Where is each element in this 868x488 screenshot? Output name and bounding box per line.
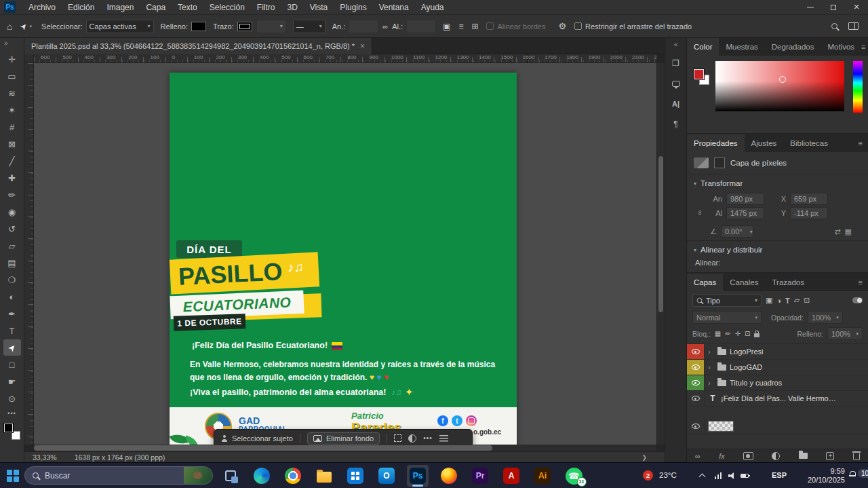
menu-item-3d[interactable]: 3D — [281, 0, 303, 15]
rectangle-shape-tool[interactable]: □ — [3, 356, 21, 373]
filter-smart-object-icon[interactable]: ⊡ — [804, 296, 810, 305]
lasso-tool[interactable]: ≋ — [3, 85, 21, 101]
color-picker-marker[interactable] — [779, 76, 786, 83]
panel-menu-icon[interactable]: ≡ — [859, 139, 868, 147]
tray-alert-badge[interactable]: 2 — [643, 470, 653, 481]
menu-item-seleccion[interactable]: Selección — [203, 0, 251, 15]
lock-transparency-icon[interactable]: ▦ — [715, 330, 721, 337]
path-operations-icon[interactable]: ▣ — [443, 22, 450, 31]
layer-row-logopresi[interactable]: › LogoPresi — [687, 344, 868, 360]
path-alignment-icon[interactable]: ≡ — [458, 22, 463, 31]
filter-shape-icon[interactable]: ▱ — [794, 296, 800, 305]
firefox-button[interactable] — [438, 465, 460, 487]
hand-tool[interactable]: ☛ — [3, 373, 21, 390]
flip-icon[interactable]: ⇄ — [834, 227, 840, 236]
scrollbar-thumb[interactable] — [658, 156, 663, 312]
zoom-tool[interactable]: ⊙ — [3, 390, 21, 407]
align-edges-checkbox[interactable] — [486, 22, 494, 30]
tab-ajustes[interactable]: Ajustes — [745, 134, 784, 152]
scrollbar-thumb[interactable] — [34, 445, 492, 451]
file-explorer-button[interactable] — [313, 465, 335, 487]
menu-item-ventana[interactable]: Ventana — [373, 0, 415, 15]
history-panel-icon[interactable]: ❐ — [668, 55, 684, 71]
menu-item-texto[interactable]: Texto — [172, 0, 203, 15]
panel-menu-icon[interactable]: ≡ — [859, 278, 868, 286]
adjustment-layer-icon[interactable] — [772, 452, 780, 460]
character-panel-icon[interactable]: A| — [668, 96, 684, 112]
comments-panel-icon[interactable] — [668, 75, 684, 92]
crop-tool[interactable]: # — [3, 119, 21, 135]
constrain-path-option[interactable]: Restringir el arrastre del trazado — [574, 22, 695, 31]
expand-tools-icon[interactable]: » — [0, 38, 11, 51]
foreground-color-swatch[interactable] — [694, 69, 704, 79]
layer-filter-dropdown[interactable]: Tipo ▾ — [692, 294, 762, 307]
transform-section-header[interactable]: ▾ Transformar — [687, 174, 868, 191]
paragraph-panel-icon[interactable]: ¶ — [668, 116, 684, 132]
tab-color[interactable]: Color — [687, 38, 719, 56]
task-view-button[interactable] — [220, 465, 241, 487]
microsoft-store-button[interactable] — [344, 465, 366, 487]
new-group-icon[interactable] — [799, 453, 808, 459]
restore-button[interactable] — [822, 0, 845, 15]
filter-adjustment-icon[interactable]: ◑ — [776, 297, 781, 305]
gradient-tool[interactable]: ▤ — [3, 255, 21, 271]
width-field[interactable] — [349, 20, 378, 33]
filter-type-icon[interactable]: T — [785, 297, 790, 305]
new-layer-icon[interactable]: + — [826, 452, 834, 460]
status-options-icon[interactable]: ❯ — [642, 454, 647, 461]
notification-center[interactable]: 10 — [849, 469, 868, 478]
menu-item-vista[interactable]: Vista — [304, 0, 334, 15]
align-edges-option[interactable]: Alinear bordes — [486, 22, 549, 31]
outlook-button[interactable]: O — [376, 465, 397, 487]
expand-group-icon[interactable]: › — [705, 348, 714, 356]
tab-capas[interactable]: Capas — [687, 274, 723, 291]
panel-menu-icon[interactable]: ≡ — [861, 43, 868, 51]
color-swatches[interactable] — [4, 424, 20, 440]
edit-toolbar-icon[interactable]: ••• — [7, 410, 16, 417]
filter-pixel-icon[interactable]: ▣ — [766, 296, 772, 305]
select-subject-button[interactable]: Seleccionar sujeto — [221, 434, 293, 443]
minimize-button[interactable] — [799, 0, 822, 15]
menu-item-edicion[interactable]: Edición — [62, 0, 100, 15]
hue-slider[interactable] — [853, 61, 863, 113]
tab-motivos[interactable]: Motivos — [821, 38, 861, 56]
expand-group-icon[interactable]: › — [705, 364, 714, 371]
height-field[interactable] — [406, 20, 436, 33]
history-brush-tool[interactable]: ↺ — [3, 221, 21, 237]
quick-selection-tool[interactable]: ✶ — [3, 102, 21, 118]
clone-stamp-tool[interactable]: ◉ — [3, 204, 21, 220]
premiere-button[interactable]: Pr — [469, 465, 491, 487]
fill-dropdown[interactable]: 100% ▾ — [827, 327, 863, 340]
frame-tool[interactable]: ⊠ — [3, 136, 21, 152]
lock-artboard-icon[interactable]: ⊡ — [745, 330, 750, 337]
stroke-swatch[interactable] — [237, 22, 252, 31]
acrobat-button[interactable]: A — [500, 465, 522, 487]
tab-close-icon[interactable]: × — [360, 41, 365, 51]
add-mask-icon[interactable] — [743, 452, 753, 460]
menu-item-ayuda[interactable]: Ayuda — [415, 0, 450, 15]
rectangular-marquee-tool[interactable]: ▭ — [3, 68, 21, 84]
x-field[interactable]: 659 px — [790, 193, 828, 205]
tab-propiedades[interactable]: Propiedades — [687, 134, 745, 152]
menu-item-imagen[interactable]: Imagen — [100, 0, 140, 15]
constrain-path-checkbox[interactable] — [574, 22, 582, 30]
link-dimensions-icon[interactable]: ∞ — [382, 22, 388, 31]
menu-item-archivo[interactable]: Archivo — [22, 0, 62, 15]
poster-artwork[interactable]: DÍA DEL PASILLO ♪♫ ECUATORIANO 1 DE OCTU… — [170, 73, 517, 445]
network-icon[interactable] — [715, 472, 722, 479]
tab-canales[interactable]: Canales — [723, 274, 765, 291]
close-button[interactable]: ✕ — [845, 0, 868, 15]
active-tool-icon[interactable]: ➤ ▾ — [20, 22, 32, 31]
brush-tool[interactable]: ✏ — [3, 187, 21, 203]
taskbar-search[interactable]: Buscar — [24, 466, 213, 485]
menu-item-plugins[interactable]: Plugins — [334, 0, 372, 15]
link-layers-icon[interactable]: ∞ — [695, 452, 701, 460]
foreground-color-swatch[interactable] — [4, 424, 13, 432]
battery-icon[interactable] — [741, 474, 749, 478]
tab-bibliotecas[interactable]: Bibliotecas — [783, 134, 835, 152]
start-button[interactable] — [7, 470, 19, 482]
layer-effects-icon[interactable]: fx — [719, 452, 724, 460]
align-section-header[interactable]: ▾ Alinear y distribuir — [687, 241, 868, 257]
visibility-toggle[interactable] — [687, 419, 705, 434]
layer-row-pixel[interactable] — [687, 419, 868, 434]
